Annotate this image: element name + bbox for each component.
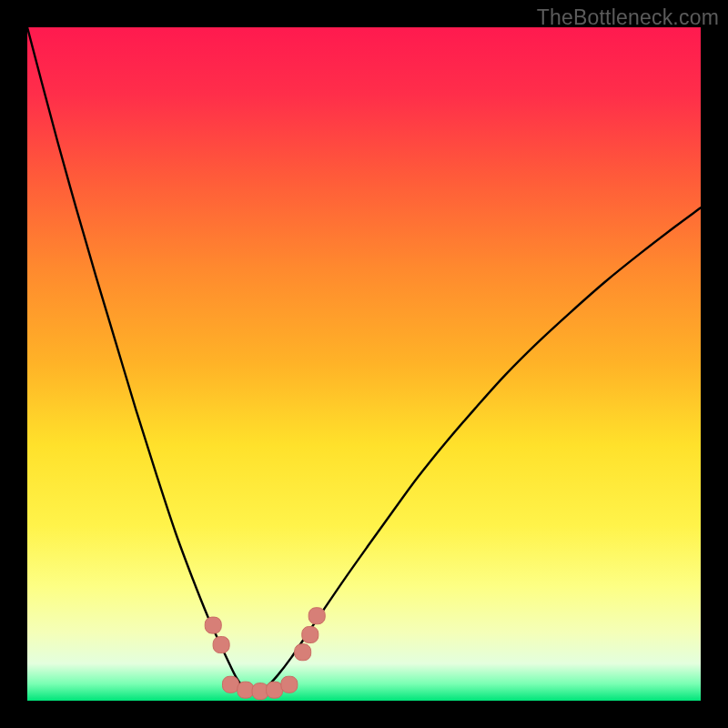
bottleneck-marker-group [205,608,325,700]
bottleneck-marker [205,617,221,633]
bottleneck-marker [238,682,254,698]
curves-layer [27,27,701,701]
bottleneck-marker [295,644,311,661]
bottleneck-marker [222,676,238,693]
bottleneck-marker [267,682,283,698]
bottleneck-marker [302,626,318,642]
bottleneck-marker [281,676,298,693]
plot-area [27,27,701,701]
left-curve [27,27,257,694]
bottleneck-marker [308,608,325,624]
bottleneck-marker [213,637,229,653]
frame-black-border: TheBottleneck.com [0,0,728,728]
watermark-text: TheBottleneck.com [537,5,719,30]
